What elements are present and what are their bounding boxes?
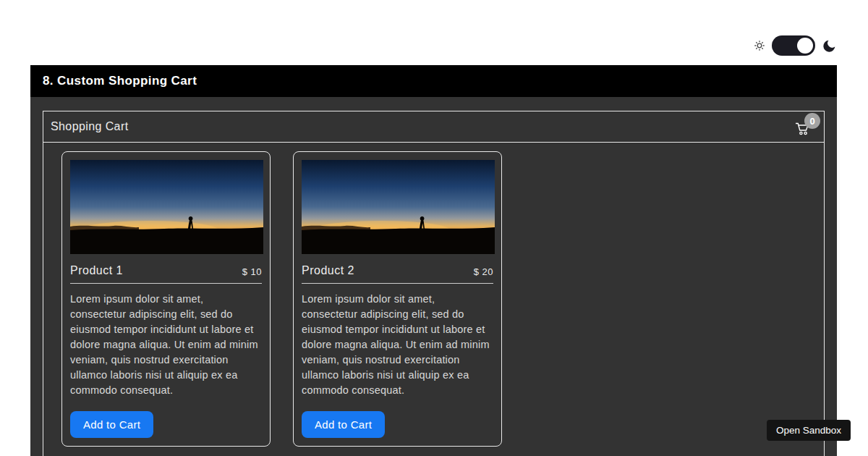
product-description: Lorem ipsum dolor sit amet, consectetur … [302, 292, 493, 398]
product-image [70, 160, 263, 254]
cart-header: Shopping Cart 0 [43, 111, 825, 143]
section-header-bar: 8. Custom Shopping Cart [30, 65, 837, 97]
cart-count-badge: 0 [804, 113, 820, 129]
product-image [302, 160, 495, 254]
toggle-knob [797, 38, 813, 54]
product-price: $ 10 [242, 266, 262, 277]
dark-mode-toggle[interactable] [772, 35, 815, 56]
cart-title: Shopping Cart [51, 120, 129, 133]
moon-icon [822, 38, 837, 54]
product-description: Lorem ipsum dolor sit amet, consectetur … [70, 292, 262, 398]
add-to-cart-button[interactable]: Add to Cart [70, 411, 153, 438]
product-name: Product 2 [302, 264, 354, 277]
divider [70, 283, 262, 284]
page-title: 8. Custom Shopping Cart [43, 74, 197, 88]
sun-icon [754, 40, 765, 51]
divider [302, 283, 493, 284]
product-list: Product 1 $ 10 Lorem ipsum dolor sit ame… [43, 143, 824, 455]
product-price: $ 20 [474, 266, 493, 277]
product-card: Product 2 $ 20 Lorem ipsum dolor sit ame… [293, 151, 502, 447]
add-to-cart-button[interactable]: Add to Cart [302, 411, 385, 438]
product-name: Product 1 [70, 264, 123, 277]
product-card: Product 1 $ 10 Lorem ipsum dolor sit ame… [61, 151, 271, 447]
app-container: 8. Custom Shopping Cart Shopping Cart 0 [30, 65, 837, 456]
theme-toggle-row [754, 35, 837, 56]
product-title-row: Product 2 $ 20 [302, 264, 493, 277]
open-sandbox-button[interactable]: Open Sandbox [767, 420, 851, 441]
cart-body: Product 1 $ 10 Lorem ipsum dolor sit ame… [43, 143, 825, 456]
cart-button[interactable]: 0 [793, 119, 812, 138]
app-content: Shopping Cart 0 Product 1 $ 1 [30, 97, 837, 456]
product-title-row: Product 1 $ 10 [70, 264, 262, 277]
